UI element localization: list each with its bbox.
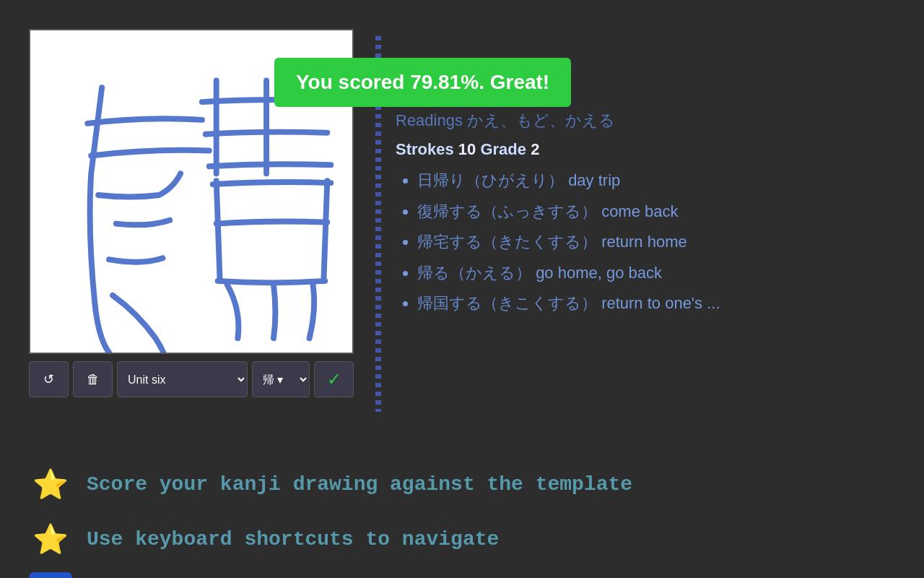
feature-text-2: Use keyboard shortcuts to navigate xyxy=(87,528,499,551)
feature-row-1: ⭐ Score your kanji drawing against the t… xyxy=(29,462,895,506)
check-button[interactable]: ✓ xyxy=(314,361,354,397)
meaning-def-5: return to one's ... xyxy=(601,294,720,312)
strokes-value: 10 xyxy=(458,140,476,158)
kanji-select[interactable]: 帰 ▾ xyxy=(252,361,310,397)
grade-label: Grade xyxy=(476,140,531,158)
meaning-item-3: 帰宅する（きたくする） return home xyxy=(417,232,881,253)
meaning-word-1: 日帰り（ひがえり） xyxy=(417,171,564,189)
feature-row-2: ⭐ Use keyboard shortcuts to navigate xyxy=(29,517,895,561)
refresh-icon: ↺ xyxy=(43,371,54,387)
meaning-word-2: 復帰する（ふっきする） xyxy=(417,202,597,220)
unit-select[interactable]: Unit six Unit one Unit two Unit three Un… xyxy=(117,361,248,397)
refresh-button[interactable]: ↺ xyxy=(29,361,69,397)
grade-value: 2 xyxy=(531,140,539,158)
score-banner: You scored 79.81%. Great! xyxy=(274,58,571,107)
meaning-word-3: 帰宅する（きたくする） xyxy=(417,233,597,251)
feature-text-1: Score your kanji drawing against the tem… xyxy=(87,473,632,496)
toolbar: ↺ 🗑 Unit six Unit one Unit two Unit thre… xyxy=(29,361,354,397)
soon-icon: → SOON xyxy=(29,572,72,578)
svg-rect-0 xyxy=(29,572,72,578)
meanings-list: 日帰り（ひがえり） day trip 復帰する（ふっきする） come back… xyxy=(396,171,881,314)
trash-icon: 🗑 xyxy=(87,372,100,387)
soon-badge-svg: → SOON xyxy=(29,572,72,578)
bottom-section: ⭐ Score your kanji drawing against the t… xyxy=(0,448,924,578)
check-icon: ✓ xyxy=(327,369,341,389)
meaning-def-4: go home, go back xyxy=(536,264,662,282)
meaning-item-1: 日帰り（ひがえり） day trip xyxy=(417,171,881,191)
strokes-label: Strokes xyxy=(396,140,458,158)
trash-button[interactable]: 🗑 xyxy=(73,361,113,397)
meaning-def-1: day trip xyxy=(568,171,620,189)
star-icon-1: ⭐ xyxy=(29,462,72,506)
star-icon-2: ⭐ xyxy=(29,517,72,561)
meaning-item-5: 帰国する（きこくする） return to one's ... xyxy=(417,293,881,314)
stroke-info: Strokes 10 Grade 2 xyxy=(396,140,881,159)
meaning-item-4: 帰る（かえる） go home, go back xyxy=(417,263,881,284)
meaning-def-3: return home xyxy=(601,233,687,251)
feature-row-3: → SOON Flashcards to memorise specific w… xyxy=(29,572,895,578)
meaning-word-5: 帰国する（きこくする） xyxy=(417,294,597,312)
meaning-def-2: come back xyxy=(601,202,678,220)
left-panel: You scored 79.81%. Great! ↺ 🗑 Unit six U… xyxy=(29,29,375,434)
kanji-readings: Readings かえ、もど、かえる xyxy=(396,110,881,131)
meaning-word-4: 帰る（かえる） xyxy=(417,264,531,282)
meaning-item-2: 復帰する（ふっきする） come back xyxy=(417,202,881,223)
